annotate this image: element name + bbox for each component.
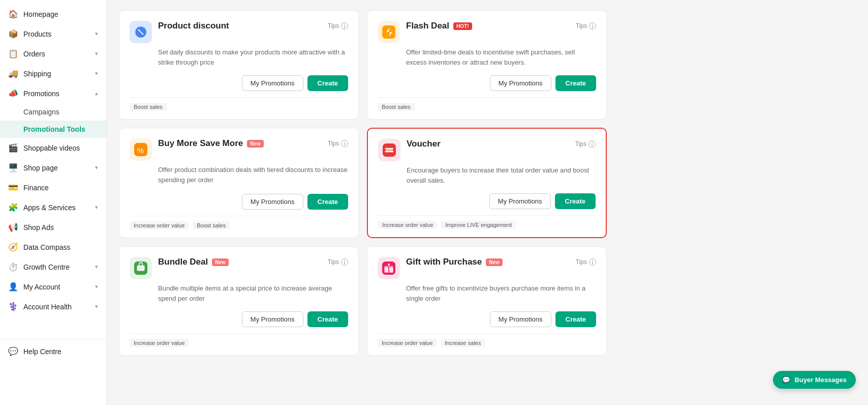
help-centre-icon: 💬	[8, 346, 18, 356]
sidebar-item-orders[interactable]: 📋 Orders ▾	[0, 44, 106, 64]
chevron-down-icon: ▾	[95, 31, 98, 37]
sidebar-item-growth-centre[interactable]: ⏱️ Growth Centre ▾	[0, 257, 106, 277]
sidebar-item-products[interactable]: 📦 Products ▾	[0, 24, 106, 44]
tips-label: Tips	[328, 258, 339, 266]
tips-label: Tips	[328, 22, 339, 30]
card-title-row: Flash Deal HOT! Tips i	[406, 21, 596, 31]
main-content: Product discount Tips i Set daily discou…	[107, 0, 868, 405]
card-icon-bundle-deal	[130, 257, 152, 279]
card-description: Encourage buyers to increase their total…	[378, 165, 596, 185]
card-title-group: Bundle Deal New	[158, 257, 229, 267]
sidebar-item-label: Orders	[23, 50, 90, 58]
campaigns-label: Campaigns	[23, 108, 59, 116]
card-title-group: Gift with Purchase New	[406, 257, 503, 267]
info-icon: i	[341, 140, 348, 147]
create-button[interactable]: Create	[307, 75, 348, 91]
card-tag: Boost sales	[378, 103, 415, 111]
card-description: Offer limited-time deals to incentivise …	[378, 47, 596, 67]
card-icon-flash-deal	[378, 21, 400, 43]
card-tag: Boost sales	[193, 221, 230, 229]
tips-label: Tips	[576, 22, 587, 30]
card-icon-voucher	[378, 139, 400, 161]
card-description: Offer free gifts to incentivize buyers p…	[378, 283, 596, 303]
sidebar-item-data-compass[interactable]: 🧭 Data Compass	[0, 237, 106, 257]
card-header: Bundle Deal New Tips i	[130, 257, 348, 279]
sidebar-item-label: Shipping	[23, 70, 90, 78]
card-tag: Increase sales	[441, 339, 485, 347]
sidebar-item-promotional-tools[interactable]: Promotional Tools	[0, 121, 106, 138]
card-tags: Increase order valueImprove LIVE engagem…	[378, 215, 596, 229]
sidebar-item-shop-ads[interactable]: 📢 Shop Ads	[0, 217, 106, 237]
my-promotions-button[interactable]: My Promotions	[242, 194, 303, 210]
create-button[interactable]: Create	[555, 193, 596, 209]
tips-button[interactable]: Tips i	[328, 140, 348, 147]
sidebar-item-shop-page[interactable]: 🖥️ Shop page ▾	[0, 158, 106, 178]
tips-label: Tips	[575, 140, 586, 148]
chevron-down-icon: ▾	[95, 303, 98, 310]
sidebar-item-help-centre[interactable]: 💬 Help Centre	[0, 341, 106, 361]
promotional-tools-label: Promotional Tools	[23, 125, 85, 133]
tips-button[interactable]: Tips i	[576, 258, 596, 266]
tips-button[interactable]: Tips i	[328, 22, 348, 30]
card-title: Flash Deal	[406, 21, 449, 31]
promotions-icon: 📣	[8, 89, 18, 98]
card-title-group: Buy More Save More New	[158, 138, 264, 149]
hot-badge: HOT!	[453, 22, 472, 30]
sidebar-item-campaigns[interactable]: Campaigns	[0, 103, 106, 121]
tips-button[interactable]: Tips i	[575, 140, 596, 148]
sidebar-item-homepage[interactable]: 🏠 Homepage	[0, 4, 106, 24]
card-title-group: Voucher	[407, 139, 441, 149]
home-icon: 🏠	[8, 9, 18, 19]
tips-button[interactable]: Tips i	[328, 258, 348, 266]
svg-text:%: %	[137, 146, 143, 155]
card-header: Voucher Tips i	[378, 139, 596, 161]
sidebar-item-label: Growth Centre	[23, 263, 90, 271]
sidebar-item-my-account[interactable]: 👤 My Account ▾	[0, 277, 106, 297]
buyer-messages-label: Buyer Messages	[794, 376, 847, 384]
card-tag: Increase order value	[130, 221, 189, 229]
card-title: Bundle Deal	[158, 257, 208, 267]
card-icon-buy-more-save-more: %	[130, 138, 152, 161]
buyer-messages-fab[interactable]: 💬 Buyer Messages	[773, 371, 856, 389]
my-promotions-button[interactable]: My Promotions	[242, 311, 303, 327]
create-button[interactable]: Create	[555, 75, 596, 91]
chevron-down-icon: ▾	[95, 204, 98, 211]
chevron-down-icon: ▾	[95, 70, 98, 77]
card-title-row: Product discount Tips i	[158, 21, 348, 31]
my-promotions-button[interactable]: My Promotions	[490, 75, 551, 91]
sidebar-item-account-health[interactable]: ⚕️ Account Health ▾	[0, 297, 106, 316]
new-badge: New	[486, 258, 503, 266]
shop-ads-icon: 📢	[8, 222, 18, 232]
orders-icon: 📋	[8, 49, 18, 59]
card-title-row: Buy More Save More New Tips i	[158, 138, 348, 149]
chevron-up-icon: ▴	[95, 90, 98, 97]
card-header: Flash Deal HOT! Tips i	[378, 21, 596, 43]
card-title: Buy More Save More	[158, 138, 243, 149]
card-gift-with-purchase: Gift with Purchase New Tips i Offer free…	[367, 246, 607, 356]
card-icon-gift-with-purchase	[378, 257, 400, 279]
my-promotions-button[interactable]: My Promotions	[489, 193, 551, 209]
sidebar-item-finance[interactable]: 💳 Finance	[0, 178, 106, 197]
sidebar-item-promotions[interactable]: 📣 Promotions ▴	[0, 83, 106, 103]
my-promotions-button[interactable]: My Promotions	[242, 75, 303, 91]
sidebar-item-label: Shop page	[23, 164, 90, 172]
products-icon: 📦	[8, 29, 18, 39]
card-tags: Boost sales	[130, 97, 348, 111]
create-button[interactable]: Create	[555, 311, 596, 327]
sidebar-item-label: Finance	[23, 184, 98, 192]
sidebar-item-shoppable-videos[interactable]: 🎬 Shoppable videos	[0, 138, 106, 158]
create-button[interactable]: Create	[307, 194, 348, 210]
tips-button[interactable]: Tips i	[576, 22, 596, 30]
sidebar-item-shipping[interactable]: 🚚 Shipping ▾	[0, 64, 106, 83]
shoppable-videos-icon: 🎬	[8, 143, 18, 153]
cards-grid: Product discount Tips i Set daily discou…	[119, 10, 607, 356]
card-tags: Increase order valueBoost sales	[130, 216, 348, 229]
sidebar-item-apps-services[interactable]: 🧩 Apps & Services ▾	[0, 197, 106, 217]
svg-rect-10	[137, 266, 144, 271]
card-title-group: Flash Deal HOT!	[406, 21, 472, 31]
card-product-discount: Product discount Tips i Set daily discou…	[119, 10, 359, 120]
my-promotions-button[interactable]: My Promotions	[490, 311, 551, 327]
create-button[interactable]: Create	[307, 311, 348, 327]
card-flash-deal: Flash Deal HOT! Tips i Offer limited-tim…	[367, 10, 607, 120]
card-title: Voucher	[407, 139, 441, 149]
